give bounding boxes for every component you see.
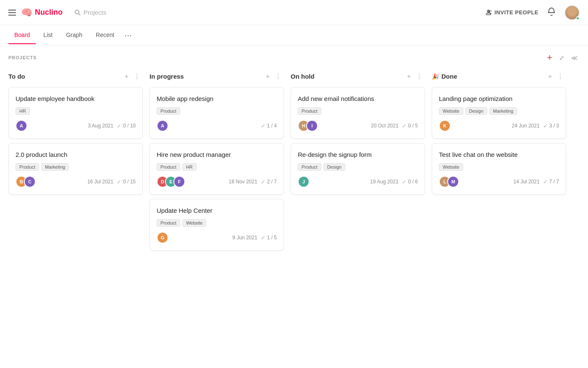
card-footer: K 24 Jun 2021 ✓3 / 3: [439, 120, 559, 132]
card-avatars: A: [157, 120, 168, 132]
check-icon: ✓: [402, 123, 407, 129]
card-live-chat[interactable]: Test live chat on the website Website L …: [432, 143, 566, 195]
svg-line-1: [79, 13, 81, 15]
notification-bell[interactable]: [547, 7, 556, 18]
card-meta: 18 Nov 2021 ✓2 / 7: [229, 179, 277, 185]
card-meta: 3 Aug 2021 ✓0 / 10: [88, 123, 136, 129]
tag-design: Design: [465, 107, 487, 115]
card-title: Add new email notifications: [298, 94, 418, 103]
column-done-add[interactable]: +: [546, 72, 554, 81]
card-progress: ✓0 / 5: [402, 123, 418, 129]
check-icon: ✓: [543, 179, 548, 185]
card-mobile-app[interactable]: Mobile app redesign Product A ✓1 / 4: [150, 87, 284, 139]
svg-point-2: [488, 10, 490, 12]
board-columns: To do + ⋮ Update employee handbook HR A …: [0, 66, 588, 263]
card-avatars: H I: [298, 120, 318, 132]
avatar: G: [157, 232, 168, 244]
check-icon: ✓: [261, 179, 265, 185]
tab-graph[interactable]: Graph: [60, 26, 88, 44]
board-header: PROJECTS + ⤢ ≪: [0, 45, 588, 66]
card-email-notifications[interactable]: Add new email notifications Product H I …: [291, 87, 425, 139]
check-icon: ✓: [261, 123, 265, 129]
card-date: 9 Jun 2021: [232, 235, 257, 241]
column-done-title: Done: [441, 73, 546, 80]
check-icon: ✓: [261, 235, 265, 241]
card-date: 20 Oct 2021: [371, 123, 398, 129]
card-progress: ✓1 / 4: [261, 123, 277, 129]
card-meta: 20 Oct 2021 ✓0 / 5: [371, 123, 418, 129]
avatar: K: [439, 120, 451, 132]
card-hire-manager[interactable]: Hire new product manager Product HR D E …: [150, 143, 284, 195]
card-progress: ✓2 / 7: [261, 179, 277, 185]
tag-website: Website: [439, 107, 463, 115]
nav-more-button[interactable]: ⋯: [122, 27, 134, 43]
card-date: 24 Jun 2021: [512, 123, 540, 129]
svg-point-0: [75, 10, 79, 14]
card-progress: ✓0 / 6: [402, 179, 418, 185]
card-tags: Product Design: [298, 163, 418, 171]
column-todo-more[interactable]: ⋮: [131, 71, 143, 81]
check-icon: ✓: [402, 179, 407, 185]
logo[interactable]: 🧠 Nuclino: [21, 7, 63, 18]
tag-marketing: Marketing: [41, 163, 69, 171]
header-left: 🧠 Nuclino Projects: [8, 7, 106, 18]
card-footer: A 3 Aug 2021 ✓0 / 10: [16, 120, 136, 132]
avatar: F: [173, 176, 185, 188]
card-avatars: L M: [439, 176, 459, 188]
column-inprogress-header: In progress + ⋮: [150, 70, 284, 83]
card-help-center[interactable]: Update Help Center Product Website G 9 J…: [150, 199, 284, 251]
search-area[interactable]: Projects: [74, 9, 106, 16]
expand-button[interactable]: ⤢: [557, 54, 566, 62]
column-onhold-add[interactable]: +: [404, 72, 413, 81]
tab-board[interactable]: Board: [8, 26, 36, 44]
card-meta: 19 Aug 2021 ✓0 / 6: [370, 179, 418, 185]
card-avatars: J: [298, 176, 310, 188]
card-footer: A ✓1 / 4: [157, 120, 277, 132]
column-todo-add[interactable]: +: [122, 72, 131, 81]
tag-product: Product: [157, 107, 180, 115]
tab-recent[interactable]: Recent: [90, 26, 120, 44]
logo-text: Nuclino: [35, 8, 63, 17]
column-inprogress-title: In progress: [150, 73, 263, 80]
tag-product: Product: [298, 107, 321, 115]
check-icon: ✓: [543, 123, 548, 129]
card-title: Mobile app redesign: [157, 94, 277, 103]
column-todo-header: To do + ⋮: [8, 70, 143, 83]
avatar: M: [447, 176, 459, 188]
collapse-button[interactable]: ≪: [570, 54, 580, 62]
column-done-header: 🎉 Done + ⋮: [432, 70, 566, 83]
tag-product: Product: [16, 163, 39, 171]
card-title: Test live chat on the website: [439, 150, 559, 159]
search-placeholder: Projects: [84, 9, 106, 16]
add-column-button[interactable]: +: [545, 52, 554, 63]
card-tags: Website: [439, 163, 559, 171]
column-inprogress-add[interactable]: +: [263, 72, 272, 81]
card-landing-page[interactable]: Landing page optimization Website Design…: [432, 87, 566, 139]
card-product-launch[interactable]: 2.0 product launch Product Marketing B C…: [8, 143, 143, 195]
card-meta: 9 Jun 2021 ✓1 / 5: [232, 235, 277, 241]
tag-product: Product: [157, 163, 180, 171]
card-title: Update Help Center: [157, 206, 277, 215]
tab-list[interactable]: List: [37, 26, 58, 44]
tag-website: Website: [182, 219, 207, 227]
section-title: PROJECTS: [8, 55, 37, 60]
card-meta: 24 Jun 2021 ✓3 / 3: [512, 123, 559, 129]
card-date: 19 Aug 2021: [370, 179, 398, 185]
card-signup-form[interactable]: Re-design the signup form Product Design…: [291, 143, 425, 195]
invite-people-button[interactable]: INVITE PEOPLE: [485, 9, 538, 16]
user-avatar[interactable]: [564, 5, 580, 20]
card-title: Hire new product manager: [157, 150, 277, 159]
card-progress: ✓7 / 7: [543, 179, 559, 185]
card-avatars: D E F: [157, 176, 185, 188]
hamburger-menu[interactable]: [8, 10, 16, 16]
card-tags: Product: [157, 107, 277, 115]
tag-hr: HR: [182, 163, 197, 171]
column-onhold-more[interactable]: ⋮: [413, 71, 425, 81]
app-header: 🧠 Nuclino Projects INVITE PEOPLE: [0, 0, 588, 25]
column-onhold-title: On hold: [291, 73, 404, 80]
column-done-more[interactable]: ⋮: [554, 71, 566, 81]
tag-product: Product: [298, 163, 321, 171]
column-onhold-header: On hold + ⋮: [291, 70, 425, 83]
column-inprogress-more[interactable]: ⋮: [272, 71, 284, 81]
card-update-employee[interactable]: Update employee handbook HR A 3 Aug 2021…: [8, 87, 143, 139]
